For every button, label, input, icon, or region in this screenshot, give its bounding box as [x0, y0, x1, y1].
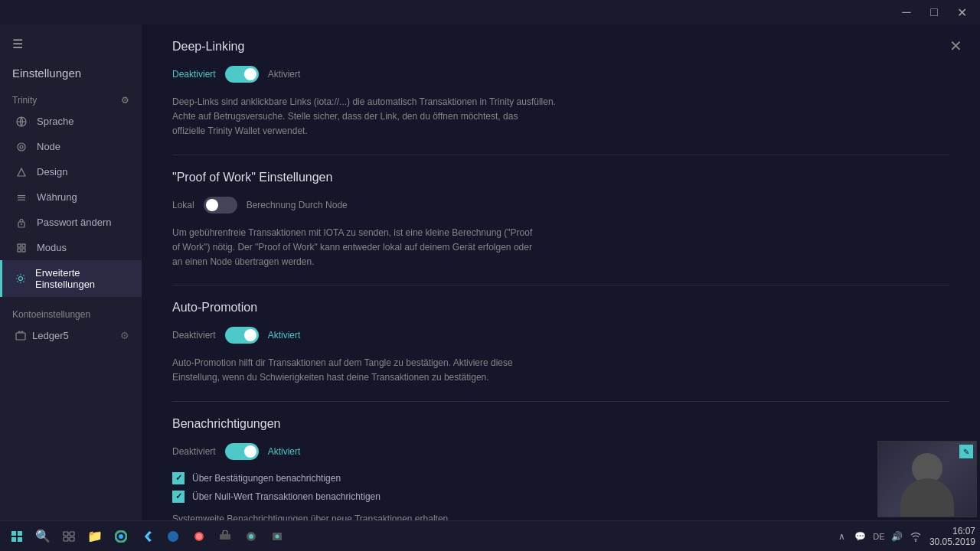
benachrichtigungen-section: Benachrichtigungen Deaktiviert Aktiviert… [172, 417, 949, 521]
sidebar-item-sprache[interactable]: Sprache [0, 109, 142, 134]
benachrichtigungen-toggle[interactable] [225, 443, 259, 460]
checkbox-null-wert-label: Über Null-Wert Transaktionen benachricht… [192, 491, 381, 502]
svg-rect-10 [18, 249, 21, 252]
svg-point-2 [20, 145, 23, 148]
taskbar-app5[interactable] [187, 524, 211, 549]
checkbox-bestatigungen-label: Über Bestätigungen benachrichtigen [192, 473, 341, 484]
checkbox-null-wert[interactable] [172, 491, 185, 503]
svg-point-30 [915, 540, 916, 542]
tray-msg[interactable]: 💬 [853, 529, 868, 544]
auto-promotion-deaktiviert-label: Deaktiviert [172, 330, 216, 341]
svg-rect-14 [11, 531, 16, 536]
taskbar-explorer[interactable]: 📁 [83, 524, 107, 549]
taskbar-app8[interactable] [265, 524, 289, 549]
main-content: ✕ Deep-Linking Deaktiviert Aktiviert Dee… [142, 24, 980, 520]
svg-rect-13 [16, 333, 25, 340]
svg-rect-15 [18, 531, 22, 536]
node-icon [15, 142, 28, 152]
svg-rect-11 [22, 249, 25, 252]
auto-promotion-knob [244, 329, 256, 341]
auto-promotion-toggle[interactable] [225, 327, 259, 344]
titlebar-controls: ─ □ ✕ [894, 0, 974, 24]
modus-label: Modus [37, 242, 67, 253]
deep-linking-aktiviert-label: Aktiviert [268, 69, 301, 80]
svg-rect-18 [64, 532, 68, 536]
benach-description: Systemweite Benachrichtigungen über neue… [172, 512, 949, 521]
taskbar-vscode[interactable] [135, 524, 159, 549]
auto-promotion-section: Auto-Promotion Deaktiviert Aktiviert Aut… [172, 301, 949, 385]
taskbar-clock[interactable]: 16:07 30.05.2019 [929, 526, 975, 547]
benach-aktiviert-label: Aktiviert [268, 446, 301, 457]
taskbar-app7[interactable] [239, 524, 263, 549]
konto-section-label: Kontoeinstellungen [0, 297, 142, 323]
window-close-button[interactable]: ✕ [949, 0, 974, 24]
webcam-overlay: ✎ [877, 441, 977, 517]
hamburger-icon[interactable]: ☰ [12, 37, 23, 51]
proof-of-work-title: "Proof of Work" Einstellungen [172, 171, 949, 184]
svg-rect-8 [18, 244, 21, 247]
maximize-button[interactable]: □ [922, 0, 946, 24]
benachrichtigungen-toggle-row: Deaktiviert Aktiviert [172, 443, 949, 460]
checkbox-row-null-wert: Über Null-Wert Transaktionen benachricht… [172, 491, 949, 503]
webcam-edit-button[interactable]: ✎ [959, 445, 973, 458]
deep-linking-knob [244, 68, 256, 80]
proof-of-work-toggle-row: Lokal Berechnung Durch Node [172, 197, 949, 214]
tray-volume[interactable]: 🔊 [890, 529, 905, 544]
pow-lokal-label: Lokal [172, 200, 194, 210]
benach-deaktiviert-label: Deaktiviert [172, 446, 216, 457]
svg-rect-16 [11, 537, 16, 542]
ledger-gear-icon[interactable]: ⚙ [120, 330, 129, 341]
sidebar-header: ☰ [0, 24, 142, 57]
start-button[interactable] [5, 524, 29, 549]
taskbar: 🔍 📁 [0, 520, 980, 551]
erweitert-gear-icon [15, 273, 26, 284]
sidebar-item-modus[interactable]: Modus [0, 235, 142, 260]
taskbar-right: ∧ 💬 DE 🔊 16:07 30.05.2019 [835, 526, 975, 547]
svg-point-24 [168, 531, 178, 542]
taskview-button[interactable] [57, 524, 81, 549]
svg-rect-25 [220, 534, 230, 540]
wahrung-label: Währung [37, 191, 77, 203]
auto-promotion-toggle-row: Deaktiviert Aktiviert [172, 327, 949, 344]
proof-of-work-toggle[interactable] [204, 197, 237, 214]
svg-rect-21 [70, 537, 74, 541]
settings-title: Einstellungen [0, 57, 142, 86]
taskbar-app6[interactable] [213, 524, 237, 549]
checkbox-row-bestatigungen: Über Bestätigungen benachrichtigen [172, 472, 949, 484]
svg-point-12 [19, 277, 23, 281]
svg-rect-4 [18, 197, 25, 197]
proof-of-work-section: "Proof of Work" Einstellungen Lokal Bere… [172, 171, 949, 270]
ledger-item-left: Ledger5 [15, 330, 69, 341]
taskbar-chrome[interactable] [109, 524, 133, 549]
sidebar-item-wahrung[interactable]: Währung [0, 184, 142, 210]
minimize-button[interactable]: ─ [894, 0, 919, 24]
checkbox-bestatigungen[interactable] [172, 472, 185, 484]
pow-knob [206, 199, 218, 211]
auto-promotion-description: Auto-Promotion hilft dir Transaktionen a… [172, 356, 949, 385]
benachrichtigungen-title: Benachrichtigungen [172, 417, 949, 431]
taskbar-app4[interactable] [161, 524, 185, 549]
lock-icon [15, 217, 28, 228]
erweitert-label: Erweiterte Einstellungen [35, 267, 129, 290]
trinity-gear-icon[interactable]: ⚙ [121, 95, 129, 106]
content-close-button[interactable]: ✕ [943, 34, 968, 58]
tray-chevron[interactable]: ∧ [835, 529, 850, 544]
search-button[interactable]: 🔍 [31, 524, 55, 549]
deep-linking-toggle[interactable] [225, 66, 259, 83]
svg-rect-3 [18, 195, 25, 196]
svg-point-1 [18, 143, 25, 151]
divider-1 [172, 155, 949, 155]
sidebar-item-design[interactable]: Design [0, 159, 142, 184]
passwort-label: Passwort ändern [37, 217, 112, 228]
deep-linking-title: Deep-Linking [172, 40, 949, 54]
sidebar-item-passwort[interactable]: Passwort ändern [0, 210, 142, 235]
tray-network[interactable] [908, 529, 923, 544]
svg-point-23 [119, 534, 123, 539]
titlebar: ─ □ ✕ [0, 0, 980, 24]
node-label: Node [37, 141, 60, 152]
sidebar-item-erweitert[interactable]: Erweiterte Einstellungen [0, 260, 142, 297]
ledger-item[interactable]: Ledger5 ⚙ [0, 323, 142, 348]
sidebar-item-node[interactable]: Node [0, 134, 142, 159]
app-container: ☰ Einstellungen Trinity ⚙ Sprache [0, 24, 980, 520]
tray-lang[interactable]: DE [871, 529, 887, 544]
